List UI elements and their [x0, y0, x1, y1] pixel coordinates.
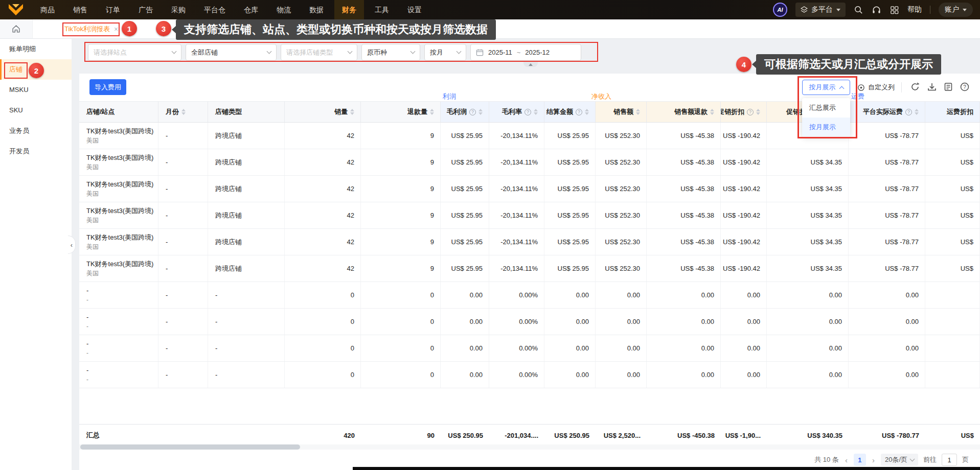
top-menu-item-设置[interactable]: 设置 — [400, 0, 429, 19]
cell-store-type: 跨境店铺 — [208, 123, 285, 149]
help-circle-icon[interactable]: ? — [960, 82, 970, 92]
column-header-销量[interactable]: 销量 — [285, 102, 361, 122]
help-icon[interactable]: ? — [747, 109, 754, 115]
column-header-平台实际运费[interactable]: 平台实际运费? — [849, 102, 925, 122]
sort-icon[interactable] — [478, 109, 483, 115]
tab-close-icon[interactable]: × — [114, 26, 118, 33]
topbar-divider — [930, 6, 930, 14]
top-menu-item-采购[interactable]: 采购 — [164, 0, 193, 19]
display-mode-option-按月展示[interactable]: 按月展示 — [802, 118, 850, 137]
date-range-picker[interactable]: 2025-11 ~ 2025-12 — [470, 44, 581, 61]
page-size-select[interactable]: 20条/页 — [881, 454, 918, 466]
sidebar-item-SKU[interactable]: SKU — [0, 100, 72, 121]
column-header-销售额退款[interactable]: 销售额退款 — [647, 102, 721, 122]
store-select[interactable]: 全部店铺 — [186, 44, 277, 61]
display-mode-select[interactable]: 按月展示 — [802, 80, 850, 95]
account-menu[interactable]: 账户 — [939, 3, 973, 17]
cell-value: 0 — [285, 309, 361, 335]
sort-down-icon — [915, 112, 919, 115]
ai-assistant-button[interactable]: AI — [773, 3, 787, 17]
sidebar-collapse-toggle[interactable]: ‹ — [68, 236, 76, 254]
top-menu-item-工具[interactable]: 工具 — [367, 0, 397, 19]
column-header-毛利润[interactable]: 毛利润? — [441, 102, 489, 122]
sort-icon[interactable] — [585, 109, 589, 115]
sidebar-item-业务员[interactable]: 业务员 — [0, 121, 72, 141]
summary-value: US$ — [925, 425, 980, 446]
report-log-icon[interactable] — [943, 82, 953, 92]
sidebar-item-开发员[interactable]: 开发员 — [0, 141, 72, 161]
store-region: 美国 — [86, 189, 99, 198]
column-header-店铺类型[interactable]: 店铺类型 — [208, 102, 285, 122]
sidebar-item-MSKU[interactable]: MSKU — [0, 80, 72, 100]
period-select[interactable]: 按月 — [424, 44, 466, 61]
column-header-运费折扣[interactable]: 运费折扣 — [925, 102, 980, 122]
sort-icon[interactable] — [636, 109, 640, 115]
filter-collapse-handle[interactable] — [523, 62, 538, 67]
apps-grid-icon[interactable] — [890, 5, 899, 15]
column-header-月份[interactable]: 月份 — [158, 102, 208, 122]
help-link[interactable]: 帮助 — [907, 5, 922, 14]
cell-value: US$ 25.95 — [544, 255, 596, 281]
top-menu-item-销售[interactable]: 销售 — [65, 0, 95, 19]
tab-tiktok-profit-report[interactable]: TikTok利润报表 × — [59, 19, 123, 38]
column-header-店铺/站点[interactable]: 店铺/站点 — [79, 102, 158, 122]
currency-select[interactable]: 原币种 — [361, 44, 420, 61]
cell-value: 0.00% — [489, 362, 544, 388]
top-menu-item-数据[interactable]: 数据 — [302, 0, 331, 19]
brand-logo-icon[interactable] — [8, 4, 24, 16]
summary-value: 420 — [285, 425, 361, 446]
multi-platform-dropdown[interactable]: 多平台 — [795, 3, 846, 17]
column-header-结算金额[interactable]: 结算金额? — [544, 102, 596, 122]
column-header-退款量[interactable]: 退款量 — [361, 102, 441, 122]
top-menu-item-商品[interactable]: 商品 — [33, 0, 62, 19]
prev-page-button[interactable]: ‹ — [844, 456, 849, 464]
help-icon[interactable]: ? — [525, 109, 531, 115]
sidebar-item-账单明细[interactable]: 账单明细 — [0, 39, 72, 59]
column-header-促销折扣[interactable]: 促销折扣? — [721, 102, 767, 122]
help-icon[interactable]: ? — [905, 109, 912, 115]
top-menu-item-物流[interactable]: 物流 — [269, 0, 299, 19]
top-menu-item-财务[interactable]: 财务 — [334, 0, 364, 19]
site-select[interactable]: 请选择站点 — [88, 44, 181, 61]
help-icon[interactable]: ? — [576, 109, 582, 115]
top-menu-item-平台仓[interactable]: 平台仓 — [196, 0, 233, 19]
cell-value: 0 — [285, 335, 361, 361]
top-menu-item-订单[interactable]: 订单 — [98, 0, 128, 19]
store-type-select[interactable]: 请选择店铺类型 — [281, 44, 357, 61]
column-header-销售额[interactable]: 销售额 — [596, 102, 647, 122]
cell-store-type: 跨境店铺 — [208, 176, 285, 202]
page-number-button[interactable]: 1 — [854, 454, 866, 466]
sort-icon[interactable] — [915, 109, 919, 115]
store-type-placeholder: 请选择店铺类型 — [286, 48, 333, 57]
download-icon[interactable] — [927, 82, 937, 92]
cell-value: 0.00 — [767, 362, 849, 388]
display-mode-option-汇总展示[interactable]: 汇总展示 — [802, 98, 850, 118]
sort-icon[interactable] — [710, 109, 714, 115]
top-menu-item-仓库[interactable]: 仓库 — [236, 0, 266, 19]
home-tab[interactable] — [0, 19, 33, 38]
column-label: 运费折扣 — [947, 107, 973, 116]
annotation-circle-2: 2 — [29, 63, 44, 78]
search-icon[interactable] — [854, 5, 863, 15]
period-value: 按月 — [430, 48, 443, 57]
top-menu-item-广告[interactable]: 广告 — [131, 0, 161, 19]
cell-value: -20,134.11% — [489, 202, 544, 228]
refresh-icon[interactable] — [910, 82, 920, 92]
annotation-circle-1: 1 — [122, 21, 137, 36]
goto-page-input[interactable]: 1 — [942, 454, 957, 466]
sort-icon[interactable] — [350, 109, 354, 115]
chevron-down-icon — [172, 49, 177, 54]
layers-icon — [801, 6, 808, 13]
cell-value: US$ -45.38 — [647, 123, 721, 149]
next-page-button[interactable]: › — [871, 456, 876, 464]
sort-icon[interactable] — [181, 109, 186, 115]
horizontal-scrollbar-thumb[interactable] — [80, 444, 300, 450]
sort-icon[interactable] — [756, 109, 760, 115]
headset-icon[interactable] — [872, 5, 881, 15]
import-fees-button[interactable]: 导入费用 — [89, 79, 126, 95]
summary-value: US$ -450.38 — [647, 425, 721, 446]
sort-icon[interactable] — [534, 109, 538, 115]
column-header-毛利率[interactable]: 毛利率? — [489, 102, 544, 122]
help-icon[interactable]: ? — [469, 109, 476, 115]
sort-icon[interactable] — [430, 109, 434, 115]
